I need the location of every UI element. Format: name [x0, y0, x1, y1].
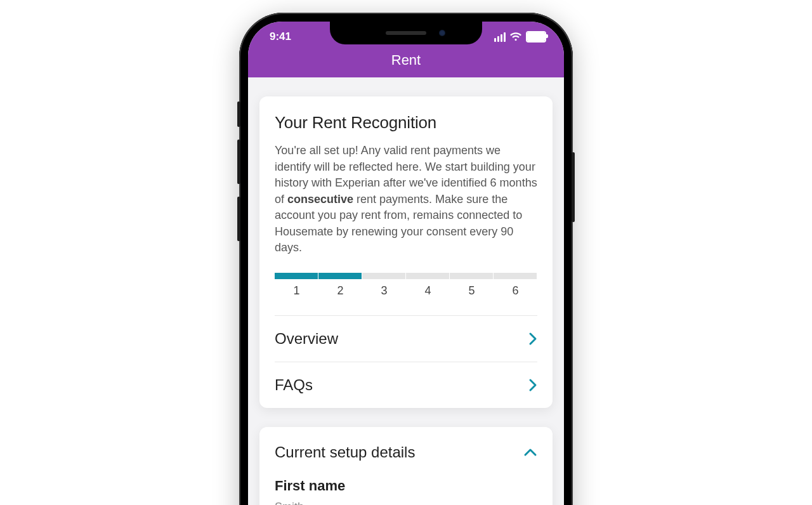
battery-icon	[526, 31, 546, 43]
nav-bar: Rent	[248, 52, 564, 77]
phone-frame: 9:41 Rent	[239, 13, 573, 505]
card-description: You're all set up! Any valid rent paymen…	[275, 143, 537, 256]
progress-label: 3	[362, 284, 406, 298]
card-title: Your Rent Recognition	[275, 113, 537, 133]
progress-segment	[275, 273, 318, 279]
phone-volume-down	[237, 197, 240, 241]
device-notch	[330, 22, 482, 44]
main-content: Your Rent Recognition You're all set up!…	[248, 77, 564, 505]
faqs-label: FAQs	[275, 376, 313, 394]
chevron-right-icon	[528, 332, 537, 346]
current-setup-card: Current setup details First name Smith	[259, 427, 553, 505]
cellular-signal-icon	[494, 32, 506, 42]
progress-segment	[494, 273, 537, 279]
progress-label: 2	[318, 284, 362, 298]
phone-power-button	[572, 152, 575, 222]
progress-label: 5	[450, 284, 494, 298]
phone-volume-up	[237, 140, 240, 184]
progress-segment	[406, 273, 450, 279]
progress-segment	[450, 273, 494, 279]
first-name-label: First name	[275, 478, 537, 494]
first-name-value: Smith	[275, 501, 537, 505]
overview-label: Overview	[275, 330, 338, 348]
progress-label: 6	[494, 284, 537, 298]
status-time: 9:41	[266, 30, 291, 43]
faqs-row[interactable]: FAQs	[275, 362, 537, 408]
screen: 9:41 Rent	[248, 22, 564, 505]
progress-segment	[318, 273, 362, 279]
overview-row[interactable]: Overview	[275, 316, 537, 362]
progress-label: 4	[406, 284, 450, 298]
progress-label: 1	[275, 284, 318, 298]
progress-indicator: 123456	[275, 273, 537, 298]
rent-recognition-card: Your Rent Recognition You're all set up!…	[259, 96, 553, 408]
progress-segment	[362, 273, 406, 279]
wifi-icon	[509, 32, 522, 41]
current-setup-title: Current setup details	[275, 443, 415, 461]
nav-title: Rent	[391, 52, 421, 69]
chevron-up-icon	[523, 448, 537, 457]
chevron-right-icon	[528, 378, 537, 392]
current-setup-toggle[interactable]: Current setup details	[275, 443, 537, 461]
desc-text-bold: consecutive	[287, 193, 353, 206]
phone-mute-switch	[237, 102, 240, 127]
